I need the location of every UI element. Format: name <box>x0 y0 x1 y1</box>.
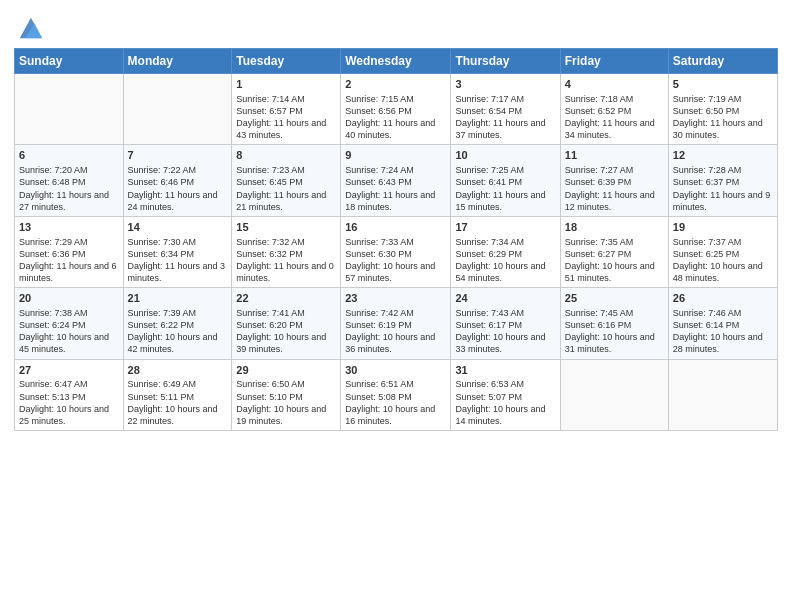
calendar-cell: 28Sunrise: 6:49 AMSunset: 5:11 PMDayligh… <box>123 359 232 430</box>
day-info: Sunrise: 7:42 AMSunset: 6:19 PMDaylight:… <box>345 307 446 356</box>
day-number: 30 <box>345 363 446 378</box>
calendar-cell: 19Sunrise: 7:37 AMSunset: 6:25 PMDayligh… <box>668 216 777 287</box>
calendar-cell: 24Sunrise: 7:43 AMSunset: 6:17 PMDayligh… <box>451 288 560 359</box>
day-number: 22 <box>236 291 336 306</box>
calendar-cell: 29Sunrise: 6:50 AMSunset: 5:10 PMDayligh… <box>232 359 341 430</box>
calendar-week-row: 27Sunrise: 6:47 AMSunset: 5:13 PMDayligh… <box>15 359 778 430</box>
day-number: 9 <box>345 148 446 163</box>
calendar-cell: 20Sunrise: 7:38 AMSunset: 6:24 PMDayligh… <box>15 288 124 359</box>
logo-icon <box>16 14 44 42</box>
day-number: 14 <box>128 220 228 235</box>
calendar-cell: 13Sunrise: 7:29 AMSunset: 6:36 PMDayligh… <box>15 216 124 287</box>
day-number: 6 <box>19 148 119 163</box>
day-number: 11 <box>565 148 664 163</box>
calendar-cell <box>123 74 232 145</box>
calendar-cell: 22Sunrise: 7:41 AMSunset: 6:20 PMDayligh… <box>232 288 341 359</box>
day-number: 8 <box>236 148 336 163</box>
day-number: 13 <box>19 220 119 235</box>
day-number: 24 <box>455 291 555 306</box>
day-info: Sunrise: 7:33 AMSunset: 6:30 PMDaylight:… <box>345 236 446 285</box>
calendar-cell: 31Sunrise: 6:53 AMSunset: 5:07 PMDayligh… <box>451 359 560 430</box>
calendar-table: SundayMondayTuesdayWednesdayThursdayFrid… <box>14 48 778 431</box>
day-number: 4 <box>565 77 664 92</box>
day-number: 26 <box>673 291 773 306</box>
day-info: Sunrise: 7:27 AMSunset: 6:39 PMDaylight:… <box>565 164 664 213</box>
day-number: 15 <box>236 220 336 235</box>
calendar-week-row: 1Sunrise: 7:14 AMSunset: 6:57 PMDaylight… <box>15 74 778 145</box>
day-info: Sunrise: 7:17 AMSunset: 6:54 PMDaylight:… <box>455 93 555 142</box>
day-number: 5 <box>673 77 773 92</box>
calendar-week-row: 20Sunrise: 7:38 AMSunset: 6:24 PMDayligh… <box>15 288 778 359</box>
calendar-cell <box>668 359 777 430</box>
weekday-header: Thursday <box>451 49 560 74</box>
day-number: 20 <box>19 291 119 306</box>
day-number: 27 <box>19 363 119 378</box>
day-number: 10 <box>455 148 555 163</box>
weekday-header: Sunday <box>15 49 124 74</box>
calendar-cell: 10Sunrise: 7:25 AMSunset: 6:41 PMDayligh… <box>451 145 560 216</box>
day-info: Sunrise: 7:20 AMSunset: 6:48 PMDaylight:… <box>19 164 119 213</box>
day-info: Sunrise: 7:28 AMSunset: 6:37 PMDaylight:… <box>673 164 773 213</box>
calendar-cell: 30Sunrise: 6:51 AMSunset: 5:08 PMDayligh… <box>341 359 451 430</box>
day-info: Sunrise: 7:22 AMSunset: 6:46 PMDaylight:… <box>128 164 228 213</box>
day-number: 28 <box>128 363 228 378</box>
calendar-cell: 25Sunrise: 7:45 AMSunset: 6:16 PMDayligh… <box>560 288 668 359</box>
day-number: 29 <box>236 363 336 378</box>
calendar-cell: 16Sunrise: 7:33 AMSunset: 6:30 PMDayligh… <box>341 216 451 287</box>
calendar-cell: 1Sunrise: 7:14 AMSunset: 6:57 PMDaylight… <box>232 74 341 145</box>
day-info: Sunrise: 7:14 AMSunset: 6:57 PMDaylight:… <box>236 93 336 142</box>
day-info: Sunrise: 6:47 AMSunset: 5:13 PMDaylight:… <box>19 378 119 427</box>
day-info: Sunrise: 7:37 AMSunset: 6:25 PMDaylight:… <box>673 236 773 285</box>
day-number: 18 <box>565 220 664 235</box>
day-info: Sunrise: 7:32 AMSunset: 6:32 PMDaylight:… <box>236 236 336 285</box>
day-info: Sunrise: 7:19 AMSunset: 6:50 PMDaylight:… <box>673 93 773 142</box>
weekday-header: Tuesday <box>232 49 341 74</box>
day-info: Sunrise: 7:38 AMSunset: 6:24 PMDaylight:… <box>19 307 119 356</box>
day-info: Sunrise: 6:50 AMSunset: 5:10 PMDaylight:… <box>236 378 336 427</box>
day-info: Sunrise: 7:29 AMSunset: 6:36 PMDaylight:… <box>19 236 119 285</box>
day-info: Sunrise: 7:23 AMSunset: 6:45 PMDaylight:… <box>236 164 336 213</box>
day-info: Sunrise: 7:24 AMSunset: 6:43 PMDaylight:… <box>345 164 446 213</box>
weekday-header: Monday <box>123 49 232 74</box>
calendar-cell: 15Sunrise: 7:32 AMSunset: 6:32 PMDayligh… <box>232 216 341 287</box>
day-number: 1 <box>236 77 336 92</box>
calendar-cell: 9Sunrise: 7:24 AMSunset: 6:43 PMDaylight… <box>341 145 451 216</box>
day-info: Sunrise: 7:41 AMSunset: 6:20 PMDaylight:… <box>236 307 336 356</box>
calendar-cell <box>560 359 668 430</box>
header <box>14 10 778 42</box>
calendar-cell: 18Sunrise: 7:35 AMSunset: 6:27 PMDayligh… <box>560 216 668 287</box>
logo <box>14 14 44 42</box>
day-info: Sunrise: 7:30 AMSunset: 6:34 PMDaylight:… <box>128 236 228 285</box>
calendar-cell: 6Sunrise: 7:20 AMSunset: 6:48 PMDaylight… <box>15 145 124 216</box>
day-info: Sunrise: 6:51 AMSunset: 5:08 PMDaylight:… <box>345 378 446 427</box>
calendar-cell: 21Sunrise: 7:39 AMSunset: 6:22 PMDayligh… <box>123 288 232 359</box>
calendar-cell: 11Sunrise: 7:27 AMSunset: 6:39 PMDayligh… <box>560 145 668 216</box>
day-number: 31 <box>455 363 555 378</box>
day-info: Sunrise: 7:45 AMSunset: 6:16 PMDaylight:… <box>565 307 664 356</box>
calendar-cell: 4Sunrise: 7:18 AMSunset: 6:52 PMDaylight… <box>560 74 668 145</box>
page: SundayMondayTuesdayWednesdayThursdayFrid… <box>0 0 792 612</box>
day-number: 21 <box>128 291 228 306</box>
day-number: 23 <box>345 291 446 306</box>
day-info: Sunrise: 6:53 AMSunset: 5:07 PMDaylight:… <box>455 378 555 427</box>
day-info: Sunrise: 7:46 AMSunset: 6:14 PMDaylight:… <box>673 307 773 356</box>
weekday-header: Friday <box>560 49 668 74</box>
weekday-header: Wednesday <box>341 49 451 74</box>
calendar-cell: 23Sunrise: 7:42 AMSunset: 6:19 PMDayligh… <box>341 288 451 359</box>
day-info: Sunrise: 7:34 AMSunset: 6:29 PMDaylight:… <box>455 236 555 285</box>
calendar-cell: 3Sunrise: 7:17 AMSunset: 6:54 PMDaylight… <box>451 74 560 145</box>
weekday-header-row: SundayMondayTuesdayWednesdayThursdayFrid… <box>15 49 778 74</box>
day-info: Sunrise: 7:43 AMSunset: 6:17 PMDaylight:… <box>455 307 555 356</box>
calendar-cell: 26Sunrise: 7:46 AMSunset: 6:14 PMDayligh… <box>668 288 777 359</box>
day-number: 17 <box>455 220 555 235</box>
day-number: 16 <box>345 220 446 235</box>
calendar-cell: 12Sunrise: 7:28 AMSunset: 6:37 PMDayligh… <box>668 145 777 216</box>
day-number: 12 <box>673 148 773 163</box>
calendar-cell: 8Sunrise: 7:23 AMSunset: 6:45 PMDaylight… <box>232 145 341 216</box>
calendar-cell: 17Sunrise: 7:34 AMSunset: 6:29 PMDayligh… <box>451 216 560 287</box>
calendar-cell: 27Sunrise: 6:47 AMSunset: 5:13 PMDayligh… <box>15 359 124 430</box>
calendar-cell: 7Sunrise: 7:22 AMSunset: 6:46 PMDaylight… <box>123 145 232 216</box>
day-info: Sunrise: 7:18 AMSunset: 6:52 PMDaylight:… <box>565 93 664 142</box>
day-number: 7 <box>128 148 228 163</box>
day-info: Sunrise: 7:25 AMSunset: 6:41 PMDaylight:… <box>455 164 555 213</box>
